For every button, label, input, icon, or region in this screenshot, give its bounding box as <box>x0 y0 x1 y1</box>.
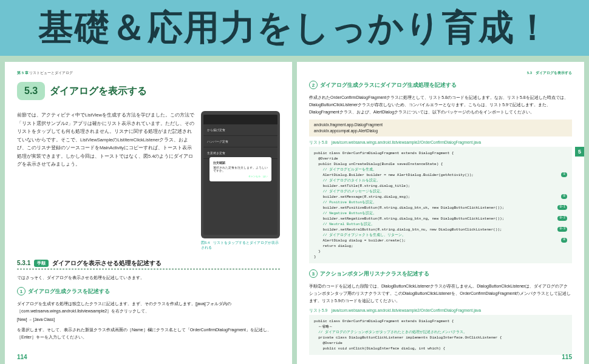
chapter-number: 第 5 章 <box>17 71 29 75</box>
left-page: 第 5 章 リストビューとダイアログ 5.3 ダイアログを表示する 前節では、ア… <box>5 62 292 364</box>
header-right: 5.3 ダイアログを表示する <box>527 70 572 76</box>
banner: 基礎＆応用力をしっかり育成！ <box>0 0 589 56</box>
step1-heading: 1 ダイアログ生成クラスを記述する <box>17 287 280 295</box>
step3-body: 手順②のコードを記述した段階では、DialogButtonClickListen… <box>309 283 572 305</box>
phone-dialog: 注文確認 選択された定食を注文します。よろしいですか。 キャンセル はい <box>209 157 271 181</box>
section-title: ダイアログを表示する <box>50 85 147 98</box>
step1-title: ダイアログ生成クラスを記述する <box>28 288 110 295</box>
subsection-title: ダイアログを表示させる処理を記述する <box>52 259 162 268</box>
code59-caption: リスト5.9 java/com.websarva.wings.android.l… <box>309 308 572 314</box>
code-listing-5-9: public class OrderConfirmDialogFragment … <box>309 315 572 355</box>
dialog-title: 注文確認 <box>213 161 268 164</box>
code58-caption: リスト5.8 java/com.websarva.wings.android.l… <box>309 140 572 146</box>
figure-caption: 図5.4 リストをタップするとダイアログが表示される <box>201 241 280 251</box>
step1-body-2: を選択します。そして、表示された新規クラス作成画面の［Name］欄にクラス名とし… <box>17 326 280 341</box>
phone-status-bar <box>203 115 277 124</box>
step2-body: 作成されたOrderConfirmDialogFragmentクラスに処理として… <box>309 94 572 116</box>
section-number-badge: 5.3 <box>17 82 45 100</box>
menu-path: [New] → [Java Class] <box>17 317 280 322</box>
dialog-actions: キャンセル はい <box>213 175 268 178</box>
book-spread: 第 5 章 リストビューとダイアログ 5.3 ダイアログを表示する 前節では、ア… <box>0 56 589 364</box>
subsection-badge: 手順 <box>34 260 49 267</box>
page-number-right: 115 <box>562 354 572 360</box>
step2-title: ダイアログ生成クラスにダイアログ生成処理を記述する <box>320 81 457 89</box>
step-number-icon: 2 <box>309 81 318 89</box>
banner-text: 基礎＆応用力をしっかり育成！ <box>38 4 551 52</box>
section-heading: 5.3 ダイアログを表示する <box>17 82 280 100</box>
page-number-left: 114 <box>17 354 27 360</box>
phone-list-item: ハンバーグ定食 <box>203 136 277 147</box>
phone-list-item: から揚げ定食 <box>203 124 277 136</box>
subsection-number: 5.3.1 <box>17 260 30 266</box>
phone-mock: から揚げ定食 ハンバーグ定食 生姜焼き定食 注文確認 選択された定食を注文します… <box>201 111 280 238</box>
code-listing-5-8: public class OrderConfirmDialogFragment … <box>309 147 572 263</box>
intro-wrap: 前節では、アクティビティ中でListViewを生成する方法を学びました。この方法… <box>17 111 280 251</box>
phone-screen: から揚げ定食 ハンバーグ定食 生姜焼き定食 注文確認 選択された定食を注文します… <box>203 115 277 235</box>
phone-column: から揚げ定食 ハンバーグ定食 生姜焼き定食 注文確認 選択された定食を注文します… <box>201 111 280 251</box>
step2-heading: 2 ダイアログ生成クラスにダイアログ生成処理を記述する <box>309 81 572 89</box>
package-box: androidx.fragment.app.DialogFragment and… <box>309 120 572 137</box>
step-number-icon: 3 <box>309 269 318 278</box>
step1-body: ダイアログを生成する処理は独立したクラスに記述します。まず、そのクラスを作成しま… <box>17 300 280 315</box>
intro-text: 前節では、アクティビティ中でListViewを生成する方法を学びました。この方法… <box>17 111 195 251</box>
step-number-icon: 1 <box>17 287 26 295</box>
page-header-right: 5.3 ダイアログを表示する <box>309 70 572 76</box>
subsection-intro: ではさっそく、ダイアログを表示させる処理を記述していきます。 <box>17 274 280 281</box>
dialog-message: 選択された定食を注文します。よろしいですか。 <box>213 166 268 172</box>
chapter-title: リストビューとダイアログ <box>29 71 73 75</box>
step3-heading: 3 アクションボタン用リスナクラスを記述する <box>309 269 572 278</box>
subsection-heading: 5.3.1 手順 ダイアログを表示させる処理を記述する <box>17 259 280 269</box>
step3-title: アクションボタン用リスナクラスを記述する <box>320 270 429 278</box>
chapter-tab: 5 <box>575 147 584 157</box>
page-header-left: 第 5 章 リストビューとダイアログ <box>17 70 280 76</box>
right-page: 5.3 ダイアログを表示する 2 ダイアログ生成クラスにダイアログ生成処理を記述… <box>297 62 584 364</box>
